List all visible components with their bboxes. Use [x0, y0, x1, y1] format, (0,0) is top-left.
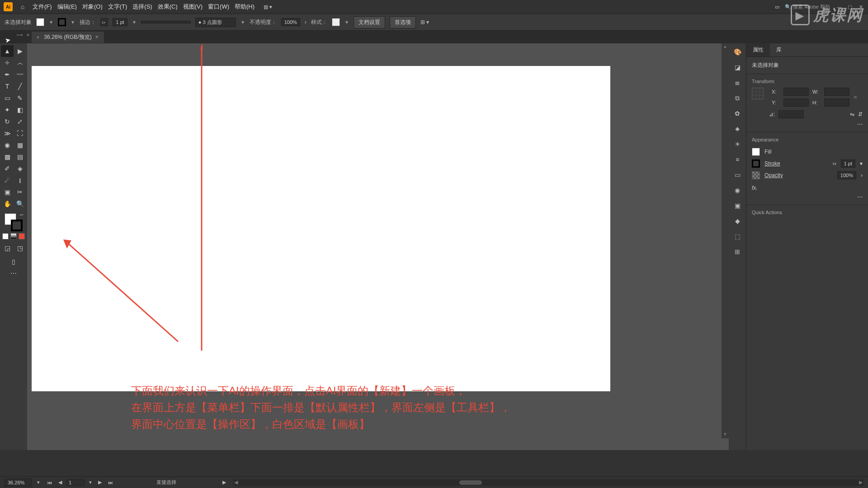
stroke-swatch[interactable] — [58, 18, 66, 26]
free-transform-tool[interactable]: ⛶ — [14, 127, 26, 139]
rail-brushes-icon[interactable]: ♣ — [732, 124, 742, 134]
appearance-fill-swatch[interactable] — [752, 148, 760, 156]
appearance-opacity-label[interactable]: Opacity — [764, 172, 783, 178]
vertical-scrollbar[interactable]: ▲ ▼ — [722, 43, 729, 438]
curvature-tool[interactable]: 〰 — [14, 69, 26, 80]
symbol-sprayer-tool[interactable]: ☄ — [1, 174, 14, 186]
change-screen-icon[interactable]: ▯ — [7, 256, 20, 267]
artboard-number[interactable]: 1 — [66, 479, 85, 486]
menu-file[interactable]: 文件(F) — [33, 3, 52, 11]
first-artboard-icon[interactable]: ⏮ — [45, 480, 54, 485]
appearance-more-icon[interactable]: ⋯ — [857, 194, 863, 200]
menu-help[interactable]: 帮助(H) — [235, 3, 255, 11]
rail-swatches-icon[interactable]: ✿ — [732, 108, 742, 118]
horizontal-scrollbar[interactable]: ◀ ▶ — [233, 479, 863, 486]
arrange-docs-icon[interactable]: ▭ — [775, 4, 779, 10]
color-mode-none[interactable] — [19, 233, 25, 239]
menu-type[interactable]: 文字(T) — [108, 3, 127, 11]
panel-tab-libraries[interactable]: 库 — [770, 43, 788, 56]
selection-tool[interactable]: ▲ — [1, 45, 14, 57]
pen-tool[interactable]: ✒ — [1, 69, 14, 80]
last-artboard-icon[interactable]: ⏭ — [106, 480, 115, 485]
blend-tool[interactable]: ◈ — [14, 163, 26, 174]
rail-align-icon[interactable]: ◆ — [732, 216, 742, 226]
fx-label[interactable]: fx. — [752, 185, 758, 191]
panel-tab-properties[interactable]: 属性 — [746, 43, 770, 56]
status-play-icon[interactable]: ▶ — [222, 479, 226, 485]
menu-select[interactable]: 选择(S) — [132, 3, 152, 11]
color-mode-gradient[interactable] — [10, 233, 17, 239]
input-x[interactable] — [783, 88, 809, 96]
stroke-weight-drop-icon[interactable]: ▾ — [860, 160, 863, 167]
stroke-profile[interactable] — [141, 21, 191, 23]
rail-symbols-icon[interactable]: ☀ — [732, 139, 742, 149]
opacity-arrow-icon[interactable]: › — [305, 19, 307, 25]
artboard-drop-icon[interactable]: ▾ — [87, 479, 94, 485]
tab-close-icon[interactable]: × — [95, 34, 99, 40]
workspace-switcher-icon[interactable]: ▥ ▾ — [264, 4, 272, 10]
swap-color-icon[interactable]: ⤺ — [20, 212, 24, 217]
appearance-opacity-value[interactable]: 100% — [837, 171, 856, 179]
menu-effect[interactable]: 效果(C) — [158, 3, 178, 11]
opacity-value[interactable]: 100% — [281, 18, 300, 26]
gradient-tool[interactable]: ▤ — [14, 151, 26, 163]
appearance-stroke-label[interactable]: Stroke — [764, 160, 780, 167]
appearance-stroke-swatch[interactable] — [752, 160, 760, 168]
input-y[interactable] — [783, 99, 809, 107]
perspective-grid-tool[interactable]: ▦ — [14, 139, 26, 151]
opacity-drop-icon[interactable]: › — [861, 172, 863, 178]
menu-view[interactable]: 视图(V) — [183, 3, 203, 11]
rail-stroke-icon[interactable]: ≡ — [732, 155, 742, 164]
prev-artboard-icon[interactable]: ◀ — [57, 479, 64, 485]
next-artboard-icon[interactable]: ▶ — [96, 479, 104, 485]
transform-more-icon[interactable]: ⋯ — [857, 121, 863, 127]
flip-v-icon[interactable]: ⇵ — [858, 111, 863, 117]
width-tool[interactable]: ≫ — [1, 127, 14, 139]
eyedropper-tool[interactable]: ✐ — [1, 163, 14, 174]
artboard-tool[interactable]: ▣ — [1, 186, 14, 198]
rail-pathfinder-icon[interactable]: ⬚ — [732, 231, 742, 241]
draw-mode-icon[interactable]: ◳ — [14, 242, 26, 254]
fill-dropdown-icon[interactable]: ▾ — [49, 19, 53, 26]
type-tool[interactable]: T — [1, 80, 14, 92]
align-menu-icon[interactable]: ⊞ ▾ — [420, 19, 429, 25]
style-dropdown-icon[interactable]: ▾ — [344, 19, 349, 26]
magic-wand-tool[interactable]: ✧ — [1, 57, 14, 69]
toolbox-more-icon[interactable]: ⋯ — [7, 267, 20, 279]
rail-links-icon[interactable]: ⧉ — [732, 93, 742, 103]
appearance-opacity-swatch[interactable] — [752, 171, 760, 179]
shaper-tool[interactable]: ✦ — [1, 104, 14, 116]
paintbrush-tool[interactable]: ✎ — [14, 92, 26, 104]
line-tool[interactable]: ╱ — [14, 80, 26, 92]
hand-tool[interactable]: ✋ — [1, 198, 14, 210]
rotate-tool[interactable]: ↻ — [1, 116, 14, 127]
mesh-tool[interactable]: ▩ — [1, 151, 14, 163]
style-swatch[interactable] — [332, 18, 340, 26]
menu-window[interactable]: 窗口(W) — [208, 3, 229, 11]
link-wh-icon[interactable]: ⤫ — [853, 94, 858, 100]
appearance-stroke-weight[interactable]: 1 pt — [841, 160, 855, 168]
stroke-weight[interactable]: 1 pt — [113, 18, 127, 26]
screen-mode-icon[interactable]: ◲ — [1, 242, 14, 254]
document-tab[interactable]: › 36.26% (RGB/预览) × — [32, 32, 104, 43]
canvas-area[interactable]: 下面我们来认识一下AI的操作界面，点击AI界面的【新建】一个画板， 在界面上方是… — [27, 43, 729, 450]
rail-properties-icon[interactable]: ◪ — [732, 62, 742, 72]
flip-h-icon[interactable]: ⇋ — [850, 111, 854, 117]
rail-graphic-styles-icon[interactable]: ▣ — [732, 201, 742, 211]
home-icon[interactable]: ⌂ — [18, 2, 27, 11]
brush-dropdown-icon[interactable]: ▾ — [241, 19, 245, 26]
slice-tool[interactable]: ✂ — [14, 186, 26, 198]
eraser-tool[interactable]: ◧ — [14, 104, 26, 116]
reference-point[interactable] — [752, 88, 764, 99]
input-angle[interactable] — [778, 110, 804, 118]
rail-color-icon[interactable]: 🎨 — [732, 47, 742, 57]
color-controls[interactable]: ⤺ — [5, 213, 23, 231]
stroke-weight-dropdown-icon[interactable]: ▾ — [132, 19, 137, 26]
zoom-tool[interactable]: 🔍 — [14, 198, 26, 210]
stroke-color[interactable] — [11, 220, 23, 231]
rail-appearance-icon[interactable]: ◉ — [732, 185, 742, 195]
brush-def[interactable]: ● 3 点圆形 — [195, 18, 236, 27]
zoom-level[interactable]: 36.26% — [5, 479, 32, 487]
document-setup-button[interactable]: 文档设置 — [354, 16, 385, 28]
menu-object[interactable]: 对象(O) — [82, 3, 103, 11]
